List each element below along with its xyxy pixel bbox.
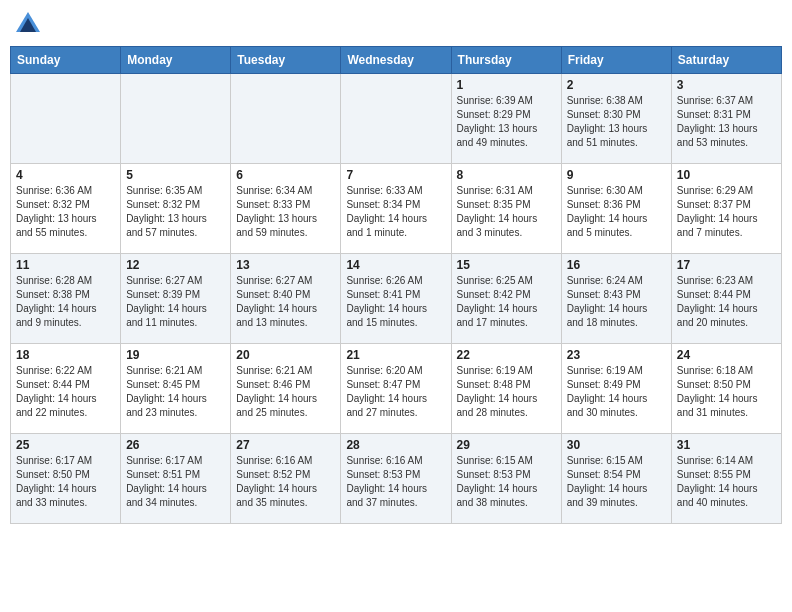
calendar-cell: 10Sunrise: 6:29 AM Sunset: 8:37 PM Dayli… — [671, 164, 781, 254]
calendar-cell — [231, 74, 341, 164]
day-info: Sunrise: 6:19 AM Sunset: 8:49 PM Dayligh… — [567, 364, 666, 420]
weekday-header: Monday — [121, 47, 231, 74]
calendar-cell: 26Sunrise: 6:17 AM Sunset: 8:51 PM Dayli… — [121, 434, 231, 524]
day-number: 16 — [567, 258, 666, 272]
calendar-table: SundayMondayTuesdayWednesdayThursdayFrid… — [10, 46, 782, 524]
day-number: 1 — [457, 78, 556, 92]
day-info: Sunrise: 6:30 AM Sunset: 8:36 PM Dayligh… — [567, 184, 666, 240]
day-info: Sunrise: 6:27 AM Sunset: 8:39 PM Dayligh… — [126, 274, 225, 330]
day-info: Sunrise: 6:16 AM Sunset: 8:52 PM Dayligh… — [236, 454, 335, 510]
day-number: 30 — [567, 438, 666, 452]
logo-icon — [14, 10, 42, 38]
calendar-cell: 13Sunrise: 6:27 AM Sunset: 8:40 PM Dayli… — [231, 254, 341, 344]
calendar-cell: 27Sunrise: 6:16 AM Sunset: 8:52 PM Dayli… — [231, 434, 341, 524]
day-info: Sunrise: 6:21 AM Sunset: 8:46 PM Dayligh… — [236, 364, 335, 420]
day-number: 20 — [236, 348, 335, 362]
calendar-cell: 6Sunrise: 6:34 AM Sunset: 8:33 PM Daylig… — [231, 164, 341, 254]
day-info: Sunrise: 6:17 AM Sunset: 8:50 PM Dayligh… — [16, 454, 115, 510]
day-info: Sunrise: 6:36 AM Sunset: 8:32 PM Dayligh… — [16, 184, 115, 240]
day-number: 24 — [677, 348, 776, 362]
page-header — [10, 10, 782, 38]
logo — [14, 10, 46, 38]
weekday-header: Sunday — [11, 47, 121, 74]
calendar-cell — [121, 74, 231, 164]
calendar-cell — [11, 74, 121, 164]
day-number: 10 — [677, 168, 776, 182]
day-number: 11 — [16, 258, 115, 272]
day-info: Sunrise: 6:15 AM Sunset: 8:53 PM Dayligh… — [457, 454, 556, 510]
day-info: Sunrise: 6:29 AM Sunset: 8:37 PM Dayligh… — [677, 184, 776, 240]
day-number: 27 — [236, 438, 335, 452]
day-info: Sunrise: 6:15 AM Sunset: 8:54 PM Dayligh… — [567, 454, 666, 510]
calendar-cell: 2Sunrise: 6:38 AM Sunset: 8:30 PM Daylig… — [561, 74, 671, 164]
weekday-header: Saturday — [671, 47, 781, 74]
weekday-header: Tuesday — [231, 47, 341, 74]
calendar-cell: 12Sunrise: 6:27 AM Sunset: 8:39 PM Dayli… — [121, 254, 231, 344]
day-info: Sunrise: 6:26 AM Sunset: 8:41 PM Dayligh… — [346, 274, 445, 330]
calendar-cell: 25Sunrise: 6:17 AM Sunset: 8:50 PM Dayli… — [11, 434, 121, 524]
day-number: 7 — [346, 168, 445, 182]
calendar-cell: 19Sunrise: 6:21 AM Sunset: 8:45 PM Dayli… — [121, 344, 231, 434]
calendar-cell: 15Sunrise: 6:25 AM Sunset: 8:42 PM Dayli… — [451, 254, 561, 344]
day-info: Sunrise: 6:35 AM Sunset: 8:32 PM Dayligh… — [126, 184, 225, 240]
calendar-cell: 20Sunrise: 6:21 AM Sunset: 8:46 PM Dayli… — [231, 344, 341, 434]
calendar-cell: 3Sunrise: 6:37 AM Sunset: 8:31 PM Daylig… — [671, 74, 781, 164]
day-info: Sunrise: 6:34 AM Sunset: 8:33 PM Dayligh… — [236, 184, 335, 240]
calendar-cell: 22Sunrise: 6:19 AM Sunset: 8:48 PM Dayli… — [451, 344, 561, 434]
day-number: 14 — [346, 258, 445, 272]
day-number: 23 — [567, 348, 666, 362]
weekday-header: Thursday — [451, 47, 561, 74]
day-number: 25 — [16, 438, 115, 452]
day-number: 13 — [236, 258, 335, 272]
day-info: Sunrise: 6:37 AM Sunset: 8:31 PM Dayligh… — [677, 94, 776, 150]
day-info: Sunrise: 6:39 AM Sunset: 8:29 PM Dayligh… — [457, 94, 556, 150]
weekday-header: Friday — [561, 47, 671, 74]
day-info: Sunrise: 6:21 AM Sunset: 8:45 PM Dayligh… — [126, 364, 225, 420]
day-number: 6 — [236, 168, 335, 182]
calendar-cell: 17Sunrise: 6:23 AM Sunset: 8:44 PM Dayli… — [671, 254, 781, 344]
calendar-cell: 7Sunrise: 6:33 AM Sunset: 8:34 PM Daylig… — [341, 164, 451, 254]
day-number: 29 — [457, 438, 556, 452]
day-info: Sunrise: 6:18 AM Sunset: 8:50 PM Dayligh… — [677, 364, 776, 420]
calendar-cell: 11Sunrise: 6:28 AM Sunset: 8:38 PM Dayli… — [11, 254, 121, 344]
calendar-cell: 5Sunrise: 6:35 AM Sunset: 8:32 PM Daylig… — [121, 164, 231, 254]
day-info: Sunrise: 6:38 AM Sunset: 8:30 PM Dayligh… — [567, 94, 666, 150]
day-info: Sunrise: 6:25 AM Sunset: 8:42 PM Dayligh… — [457, 274, 556, 330]
day-number: 18 — [16, 348, 115, 362]
day-number: 5 — [126, 168, 225, 182]
weekday-header: Wednesday — [341, 47, 451, 74]
calendar-cell: 14Sunrise: 6:26 AM Sunset: 8:41 PM Dayli… — [341, 254, 451, 344]
day-number: 26 — [126, 438, 225, 452]
calendar-cell: 8Sunrise: 6:31 AM Sunset: 8:35 PM Daylig… — [451, 164, 561, 254]
day-number: 21 — [346, 348, 445, 362]
day-info: Sunrise: 6:24 AM Sunset: 8:43 PM Dayligh… — [567, 274, 666, 330]
calendar-cell: 23Sunrise: 6:19 AM Sunset: 8:49 PM Dayli… — [561, 344, 671, 434]
day-info: Sunrise: 6:14 AM Sunset: 8:55 PM Dayligh… — [677, 454, 776, 510]
day-info: Sunrise: 6:28 AM Sunset: 8:38 PM Dayligh… — [16, 274, 115, 330]
day-info: Sunrise: 6:33 AM Sunset: 8:34 PM Dayligh… — [346, 184, 445, 240]
calendar-cell — [341, 74, 451, 164]
day-number: 22 — [457, 348, 556, 362]
calendar-cell: 16Sunrise: 6:24 AM Sunset: 8:43 PM Dayli… — [561, 254, 671, 344]
calendar-cell: 29Sunrise: 6:15 AM Sunset: 8:53 PM Dayli… — [451, 434, 561, 524]
day-number: 4 — [16, 168, 115, 182]
day-number: 8 — [457, 168, 556, 182]
day-info: Sunrise: 6:23 AM Sunset: 8:44 PM Dayligh… — [677, 274, 776, 330]
day-number: 28 — [346, 438, 445, 452]
day-info: Sunrise: 6:22 AM Sunset: 8:44 PM Dayligh… — [16, 364, 115, 420]
day-info: Sunrise: 6:17 AM Sunset: 8:51 PM Dayligh… — [126, 454, 225, 510]
calendar-cell: 1Sunrise: 6:39 AM Sunset: 8:29 PM Daylig… — [451, 74, 561, 164]
calendar-header: SundayMondayTuesdayWednesdayThursdayFrid… — [11, 47, 782, 74]
calendar-cell: 30Sunrise: 6:15 AM Sunset: 8:54 PM Dayli… — [561, 434, 671, 524]
day-number: 17 — [677, 258, 776, 272]
calendar-cell: 31Sunrise: 6:14 AM Sunset: 8:55 PM Dayli… — [671, 434, 781, 524]
calendar-cell: 18Sunrise: 6:22 AM Sunset: 8:44 PM Dayli… — [11, 344, 121, 434]
day-info: Sunrise: 6:16 AM Sunset: 8:53 PM Dayligh… — [346, 454, 445, 510]
calendar-cell: 9Sunrise: 6:30 AM Sunset: 8:36 PM Daylig… — [561, 164, 671, 254]
day-number: 12 — [126, 258, 225, 272]
day-info: Sunrise: 6:27 AM Sunset: 8:40 PM Dayligh… — [236, 274, 335, 330]
day-number: 9 — [567, 168, 666, 182]
day-info: Sunrise: 6:20 AM Sunset: 8:47 PM Dayligh… — [346, 364, 445, 420]
day-number: 3 — [677, 78, 776, 92]
calendar-cell: 4Sunrise: 6:36 AM Sunset: 8:32 PM Daylig… — [11, 164, 121, 254]
